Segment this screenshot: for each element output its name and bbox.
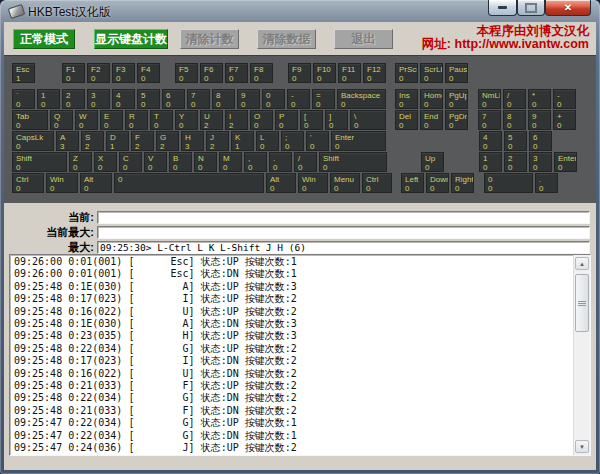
key-count: 1 [110, 142, 128, 151]
current-max-row: 当前最大: [10, 226, 590, 239]
maximize-button[interactable] [517, 0, 545, 16]
key-label: 7 [482, 112, 500, 121]
log-line[interactable]: 09:25:48 0:17(023) [ I] 状态:UP 按键次数:2 [14, 293, 574, 305]
key-count: 0 [405, 184, 423, 193]
log-line[interactable]: 09:26:00 0:01(001) [ Esc] 状态:UP 按键次数:1 [14, 256, 574, 268]
current-label: 当前: [10, 210, 97, 225]
key-count: 0 [41, 100, 59, 109]
key-label: Menu [334, 175, 359, 184]
log-line[interactable]: 09:25:48 0:16(022) [ U] 状态:DN 按键次数:2 [14, 368, 574, 380]
log-line[interactable]: 09:25:48 0:1E(030) [ A] 状态:UP 按键次数:3 [14, 281, 574, 293]
key-label: 6 [166, 91, 184, 100]
key-label: ScrLk [424, 65, 442, 74]
log-line[interactable]: 09:26:00 0:01(001) [ Esc] 状态:DN 按键次数:1 [14, 268, 574, 280]
log-line[interactable]: 09:25:48 0:1E(030) [ A] 状态:DN 按键次数:3 [14, 318, 574, 330]
key-count: 0 [424, 74, 442, 83]
key-esc: Esc1 [12, 63, 35, 83]
show-key-count-button[interactable]: 显示键盘计数 [94, 29, 168, 49]
max-row: 最大:09:25:30> L-Ctrl L K L-Shift J H (6) [10, 241, 590, 254]
key-count: 0 [430, 184, 448, 193]
log-list[interactable]: 09:26:00 0:01(001) [ Esc] 状态:UP 按键次数:109… [10, 256, 574, 455]
key-label: Z [73, 154, 91, 163]
key-count: 0 [98, 163, 116, 172]
log-line[interactable]: 09:25:48 0:16(022) [ U] 状态:UP 按键次数:2 [14, 306, 574, 318]
key-label: \ [354, 112, 385, 121]
max-field[interactable]: 09:25:30> L-Ctrl L K L-Shift J H (6) [97, 241, 590, 254]
key-label: ; [285, 133, 303, 142]
key-num-2: 20 [504, 152, 527, 172]
minimize-button[interactable] [488, 0, 517, 16]
current-max-field[interactable] [97, 226, 590, 239]
key-bracket-left: [0 [300, 110, 323, 130]
log-line[interactable]: 09:25:48 0:22(034) [ G] 状态:DN 按键次数:2 [14, 392, 574, 404]
current-max-label: 当前最大: [10, 225, 97, 240]
key-count: 3 [185, 142, 203, 151]
key-5: 50 [137, 89, 160, 109]
log-scrollbar[interactable]: ▲ ▼ [573, 255, 590, 455]
key-count: 0 [229, 74, 247, 83]
close-button[interactable]: ✕ [545, 0, 591, 16]
key-alt-left: Alt0 [80, 173, 112, 193]
log-line[interactable]: 09:25:48 0:21(033) [ F] 状态:UP 按键次数:2 [14, 380, 574, 392]
key-alt-right: Alt0 [266, 173, 296, 193]
key-count: 0 [507, 121, 525, 130]
key-label: V [148, 154, 166, 163]
key-count: 0 [483, 163, 501, 172]
key-label: Esc [16, 65, 34, 74]
key-label: 7 [191, 91, 209, 100]
key-pause: Pause0 [445, 63, 468, 83]
key-count: 0 [302, 184, 327, 193]
key-label: Enter [335, 133, 385, 142]
key-label: Down [430, 175, 448, 184]
key-label: Home [424, 91, 442, 100]
key-label: / [507, 91, 525, 100]
key-count: 0 [123, 163, 141, 172]
key-win-right: Win0 [298, 173, 328, 193]
key-label: CapsLk [16, 133, 53, 142]
key-label: E [104, 112, 122, 121]
key-4: 40 [112, 89, 135, 109]
key-u: U2 [200, 110, 223, 130]
log-line[interactable]: 09:25:48 0:22(034) [ G] 状态:UP 按键次数:2 [14, 343, 574, 355]
key-label: J [210, 133, 228, 142]
key-label: F2 [91, 65, 109, 74]
key-num-8: 80 [503, 110, 526, 130]
scroll-down-arrow[interactable]: ▼ [575, 440, 589, 453]
key-0: 00 [262, 89, 285, 109]
key-num-7: 70 [478, 110, 501, 130]
status-fields: 当前:当前最大:最大:09:25:30> L-Ctrl L K L-Shift … [4, 203, 596, 254]
key-bracket-right: ]0 [325, 110, 348, 130]
key-end: End0 [420, 110, 443, 130]
normal-mode-button[interactable]: 正常模式 [13, 29, 75, 49]
key-count: 0 [73, 163, 91, 172]
keyboard-gap [388, 131, 479, 151]
log-line[interactable]: 09:25:47 0:24(036) [ J] 状态:UP 按键次数:2 [14, 442, 574, 454]
key-label: S [85, 133, 103, 142]
log-line[interactable]: 09:25:47 0:22(034) [ G] 状态:DN 按键次数:1 [14, 430, 574, 442]
log-line[interactable]: 09:25:47 0:22(034) [ G] 状态:UP 按键次数:1 [14, 417, 574, 429]
key-label: Win [50, 175, 77, 184]
key-label: 9 [532, 112, 550, 121]
key-count: 0 [507, 100, 525, 109]
current-field[interactable] [97, 211, 590, 224]
log-line[interactable]: 09:25:48 0:23(035) [ H] 状态:UP 按键次数:3 [14, 330, 574, 342]
key-e: E0 [100, 110, 123, 130]
log-line[interactable]: 09:25:48 0:17(023) [ I] 状态:DN 按键次数:2 [14, 355, 574, 367]
window-title: HKBTest汉化版 [28, 4, 111, 21]
key-label: I [229, 112, 247, 121]
titlebar[interactable]: HKBTest汉化版 ✕ [0, 0, 600, 22]
scroll-up-arrow[interactable]: ▲ [575, 257, 589, 270]
key-count: 0 [148, 163, 166, 172]
log-line[interactable]: 09:25:48 0:21(033) [ F] 状态:DN 按键次数:2 [14, 405, 574, 417]
key-pgdn: PgDn0 [445, 110, 468, 130]
clear-data-button: 清除数据 [257, 29, 316, 49]
key-count: 0 [298, 163, 316, 172]
key-g: G2 [156, 131, 179, 151]
scroll-thumb[interactable] [575, 274, 589, 332]
key-shift-right: Shift0 [319, 152, 387, 172]
key-num-0: 00 [484, 173, 533, 193]
key-up: Up0 [421, 152, 444, 172]
key-count: 0 [54, 121, 72, 130]
key-prscr: PrScr0 [395, 63, 418, 83]
key-count: 2 [210, 142, 228, 151]
